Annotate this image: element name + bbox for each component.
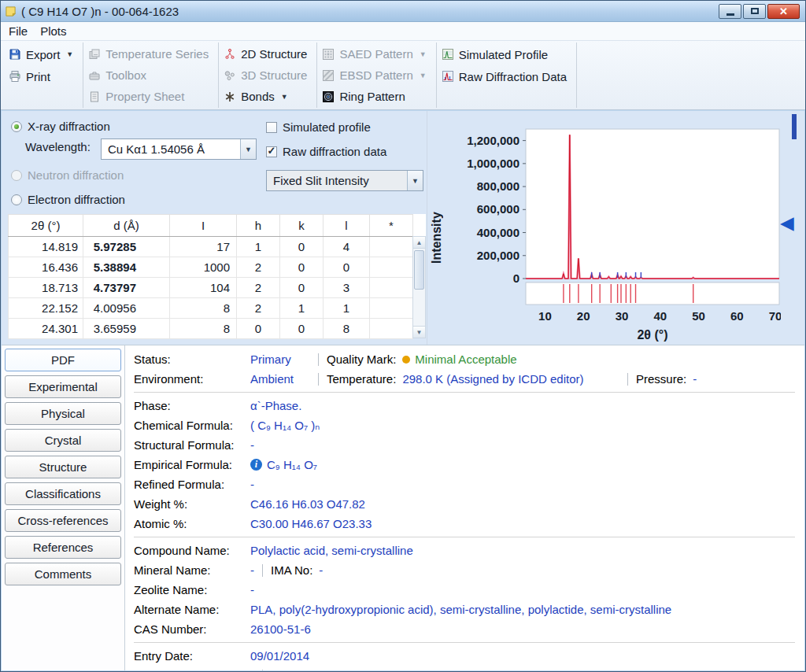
tab-structure[interactable]: Structure xyxy=(5,456,121,478)
mineral-name-value: - xyxy=(250,560,254,580)
svg-text:20: 20 xyxy=(577,309,590,323)
cell: 3 xyxy=(324,278,370,298)
cell xyxy=(370,298,413,319)
chevron-down-icon: ▼ xyxy=(281,93,288,101)
col-h[interactable]: h xyxy=(237,215,280,237)
maximize-icon xyxy=(751,8,759,14)
col-i[interactable]: I xyxy=(170,215,237,237)
minimize-button[interactable] xyxy=(719,4,741,19)
compound-name-label: Compound Name: xyxy=(134,541,250,560)
radio-selected-icon xyxy=(11,121,22,132)
app-window: ( C9 H14 O7 )n - 00-064-1623 ✕ File Plot… xyxy=(0,0,806,672)
table-header-row: 2θ (°) d (Å) I h k l * xyxy=(9,215,413,237)
raw-diffraction-data-button[interactable]: Raw Diffraction Data xyxy=(442,65,567,87)
cell xyxy=(370,257,413,278)
radio-electron-diffraction[interactable]: Electron diffraction xyxy=(11,193,125,206)
temperature-series-label: Temperature Series xyxy=(105,47,209,61)
menu-file[interactable]: File xyxy=(9,24,28,38)
ebsd-pattern-button: EBSD Pattern ▼ xyxy=(322,65,426,86)
tab-references[interactable]: References xyxy=(5,536,121,559)
svg-text:200,000: 200,000 xyxy=(477,249,519,262)
quality-mark-dot-icon xyxy=(402,356,410,364)
checkbox-simulated-profile[interactable]: Simulated profile xyxy=(266,120,371,134)
col-k[interactable]: k xyxy=(280,215,324,237)
cas-number-label: CAS Number: xyxy=(134,619,250,639)
ebsd-pattern-label: EBSD Pattern xyxy=(339,68,412,82)
toolbox-button: Toolbox xyxy=(88,65,209,86)
col-2theta[interactable]: 2θ (°) xyxy=(9,215,83,237)
checkbox-raw-diffraction-data[interactable]: Raw diffraction data xyxy=(266,145,386,158)
export-button[interactable]: Export ▼ xyxy=(9,43,73,65)
scrollbar-thumb[interactable] xyxy=(414,250,424,290)
radio-xray-label: X-ray diffraction xyxy=(28,120,110,133)
cell: 1000 xyxy=(170,257,237,278)
3d-structure-button: 3D Structure xyxy=(224,65,307,86)
tab-pdf[interactable]: PDF xyxy=(5,349,121,371)
tab-comments[interactable]: Comments xyxy=(5,563,121,585)
print-button[interactable]: Print xyxy=(9,65,73,87)
svg-text:10: 10 xyxy=(538,309,552,323)
wavelength-value: Cu Kα1 1.54056 Å xyxy=(102,139,240,159)
tab-classifications[interactable]: Classifications xyxy=(5,482,121,505)
zeolite-name-label: Zeolite Name: xyxy=(134,580,250,600)
intensity-mode-select[interactable]: Fixed Slit Intensity ▼ xyxy=(266,170,423,191)
divider xyxy=(262,564,263,577)
cell: 1 xyxy=(324,298,370,319)
col-l[interactable]: l xyxy=(324,215,370,237)
chemical-formula-label: Chemical Formula: xyxy=(134,415,250,435)
chevron-down-icon: ▼ xyxy=(407,171,423,190)
atomic-percent-value: C30.00 H46.67 O23.33 xyxy=(250,514,372,534)
docked-panel-edge[interactable] xyxy=(792,114,797,139)
cell: 3.65959 xyxy=(83,319,170,339)
refined-formula-value: - xyxy=(250,474,254,494)
svg-text:50: 50 xyxy=(692,309,705,323)
maximize-button[interactable] xyxy=(743,4,766,19)
menu-bar: File Plots xyxy=(1,22,805,41)
radio-xray-diffraction[interactable]: X-ray diffraction xyxy=(11,120,110,133)
panel-splitter xyxy=(427,111,427,345)
col-d[interactable]: d (Å) xyxy=(83,215,170,237)
cell: 0 xyxy=(280,319,324,339)
cell: 5.38894 xyxy=(83,257,170,278)
radio-unselected-icon xyxy=(11,194,22,205)
scroll-down-icon[interactable]: ▼ xyxy=(413,326,425,338)
cell: 17 xyxy=(170,237,237,257)
table-row[interactable]: 24.301 3.65959 8 0 0 8 xyxy=(9,319,413,339)
print-label: Print xyxy=(26,70,50,83)
raw-data-option-label: Raw diffraction data xyxy=(283,145,386,158)
refined-formula-label: Refined Formula: xyxy=(134,474,250,494)
wavelength-select[interactable]: Cu Kα1 1.54056 Å ▼ xyxy=(101,138,257,160)
table-row[interactable]: 22.152 4.00956 8 2 1 1 xyxy=(9,298,413,319)
bonds-button[interactable]: Bonds ▼ xyxy=(224,86,307,107)
tab-experimental[interactable]: Experimental xyxy=(5,375,121,398)
toolbox-label: Toolbox xyxy=(105,68,146,82)
property-sheet-icon xyxy=(88,90,101,103)
simulated-profile-button[interactable]: Simulated Profile xyxy=(442,43,567,65)
table-row[interactable]: 16.436 5.38894 1000 2 0 0 xyxy=(9,257,413,278)
entry-detail-section: PDF Experimental Physical Crystal Struct… xyxy=(2,345,804,670)
collapse-panel-arrow[interactable]: ◀ xyxy=(780,214,794,232)
empirical-formula-value: C₉ H₁₄ O₇ xyxy=(267,455,317,474)
svg-text:0: 0 xyxy=(513,271,519,285)
tab-crystal[interactable]: Crystal xyxy=(5,429,121,452)
section-divider xyxy=(134,642,795,643)
scroll-up-icon[interactable]: ▲ xyxy=(413,237,425,249)
diffraction-plot: 0200,000400,000600,000800,0001,000,0001,… xyxy=(442,121,781,343)
menu-plots[interactable]: Plots xyxy=(40,24,66,38)
chemical-formula-value: ( C₉ H₁₄ O₇ )ₙ xyxy=(250,415,320,435)
ring-pattern-button[interactable]: Ring Pattern xyxy=(322,86,426,107)
info-icon[interactable]: i xyxy=(250,459,262,471)
modification-date-value: - xyxy=(250,666,254,670)
table-row[interactable]: 14.819 5.97285 17 1 0 4 xyxy=(9,237,413,257)
col-star[interactable]: * xyxy=(370,215,413,237)
chevron-down-icon: ▼ xyxy=(420,50,427,58)
2d-structure-button[interactable]: 2D Structure xyxy=(224,43,307,65)
checkbox-checked-icon xyxy=(266,146,277,157)
close-button[interactable]: ✕ xyxy=(767,4,800,19)
ima-no-label: IMA No: xyxy=(271,560,312,580)
pressure-value: - xyxy=(693,369,697,389)
table-row[interactable]: 18.713 4.73797 104 2 0 3 xyxy=(9,278,413,298)
table-scrollbar[interactable]: ▲ ▼ xyxy=(412,236,426,338)
tab-physical[interactable]: Physical xyxy=(5,402,121,425)
tab-cross-references[interactable]: Cross-references xyxy=(5,509,121,532)
